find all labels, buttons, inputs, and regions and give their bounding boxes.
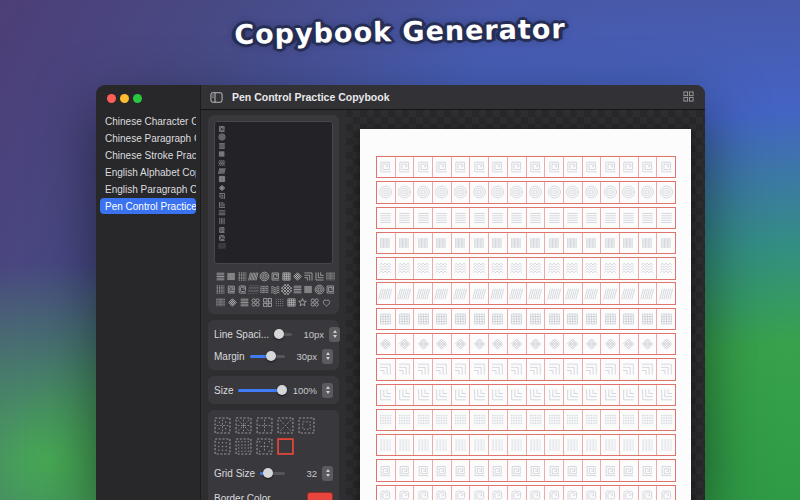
preview-cell [452, 486, 471, 500]
preview-cell [620, 233, 639, 253]
preview-cell [489, 258, 508, 278]
palette-pattern-corner-bottom-left[interactable] [314, 271, 325, 282]
palette-pattern-lines-vertical[interactable] [226, 271, 237, 282]
slider-grid-size-stepper[interactable] [322, 466, 333, 481]
preview-cell [414, 435, 433, 455]
preview-cell [620, 410, 639, 430]
palette-pattern-spiral-round[interactable] [314, 284, 325, 295]
grid-style-grid-cross-dots[interactable] [214, 417, 231, 434]
zoom-button[interactable] [133, 94, 142, 103]
slider-size-thumb[interactable] [277, 385, 287, 395]
preview-cell [564, 309, 583, 329]
preview-cell [527, 309, 546, 329]
preview-cell [657, 208, 675, 228]
preview-cell [657, 359, 675, 379]
palette-pattern-squares-four[interactable] [262, 297, 273, 308]
palette-pattern-spiral-square[interactable] [325, 284, 336, 295]
palette-pattern-lines-horizontal[interactable] [215, 271, 226, 282]
preview-cell [433, 359, 452, 379]
sidebar-toggle-icon[interactable] [210, 91, 223, 104]
palette-pattern-bars-vertical[interactable] [325, 271, 336, 282]
preview-cell [564, 435, 583, 455]
sidebar-item-6[interactable]: Pen Control Practice C... [100, 198, 196, 214]
slider-size-stepper[interactable] [322, 383, 333, 398]
color-swatch[interactable] [307, 492, 333, 500]
export-grid-icon[interactable] [683, 91, 696, 104]
grid-style-grid-dots[interactable] [214, 438, 231, 455]
palette-pattern-zigzag[interactable] [259, 284, 270, 295]
pattern-sequence-input[interactable] [214, 121, 333, 264]
sidebar-item-1[interactable]: Chinese Character Cop... [100, 113, 196, 129]
palette-pattern-grid-cross[interactable] [286, 297, 297, 308]
preview-cell [527, 435, 546, 455]
palette-pattern-spiral-round[interactable] [259, 271, 270, 282]
slider-size-label: Size [214, 385, 233, 396]
palette-pattern-star[interactable] [297, 297, 308, 308]
palette-pattern-eights[interactable] [250, 297, 261, 308]
palette-pattern-strokes-diagonal[interactable] [248, 271, 259, 282]
close-button[interactable] [107, 94, 116, 103]
grid-style-grid-dots-dense[interactable] [235, 438, 252, 455]
preview-cell [564, 208, 583, 228]
sidebar-item-5[interactable]: English Paragraph Copy... [100, 181, 196, 197]
preview-cell [583, 359, 602, 379]
preview-cell [527, 460, 546, 480]
grid-style-grid-cross[interactable] [256, 417, 273, 434]
preview-cell [452, 385, 471, 405]
slider-line-spacing-thumb[interactable] [274, 329, 284, 339]
main-area: Pen Control Practice Copybook Line Spaci… [201, 85, 705, 500]
slider-grid-size-thumb[interactable] [263, 468, 273, 478]
palette-pattern-grid-cross[interactable] [281, 271, 292, 282]
palette-pattern-bars-vertical[interactable] [215, 297, 226, 308]
palette-pattern-eights[interactable] [309, 297, 320, 308]
palette-pattern-corner-top-right[interactable] [303, 271, 314, 282]
grid-style-grid-diag[interactable] [277, 417, 294, 434]
stepper-down-icon [326, 357, 330, 360]
preview-cell [527, 410, 546, 430]
palette-pattern-dashes-horizontal[interactable] [237, 271, 248, 282]
grid-style-grid-diag-cross[interactable] [235, 417, 252, 434]
slider-margin-stepper[interactable] [322, 349, 333, 364]
preview-cell [639, 385, 658, 405]
slider-margin-thumb[interactable] [266, 351, 276, 361]
palette-pattern-lines-vertical[interactable] [303, 284, 314, 295]
palette-pattern-heart[interactable] [321, 297, 332, 308]
preview-cell [545, 435, 564, 455]
palette-pattern-dots-grid[interactable] [274, 297, 285, 308]
palette-pattern-lines-horizontal[interactable] [292, 284, 303, 295]
palette-pattern-spiral-square[interactable] [270, 271, 281, 282]
palette-pattern-greek-key-round[interactable] [237, 284, 248, 295]
sidebar-item-4[interactable]: English Alphabet Copyb... [100, 164, 196, 180]
sequence-glyph-grid-cross [218, 175, 332, 183]
palette-pattern-greek-key[interactable] [226, 284, 237, 295]
grid-style-grid-inner-box[interactable] [298, 417, 315, 434]
slider-grid-size-track[interactable] [260, 472, 285, 475]
palette-pattern-diamond-hatch[interactable] [292, 271, 303, 282]
palette-pattern-dots-diagonal[interactable] [248, 284, 259, 295]
preview-cell [527, 486, 546, 500]
preview-cell [489, 460, 508, 480]
preview-cell [433, 233, 452, 253]
preview-cell [639, 157, 658, 177]
minimize-button[interactable] [120, 94, 129, 103]
preview-cell [452, 157, 471, 177]
slider-line-spacing-track[interactable] [274, 333, 292, 336]
preview-cell [452, 435, 471, 455]
sidebar-item-3[interactable]: Chinese Stroke Practic... [100, 147, 196, 163]
sidebar-item-2[interactable]: Chinese Paragraph Cop... [100, 130, 196, 146]
preview-cell [583, 410, 602, 430]
slider-line-spacing-stepper[interactable] [329, 327, 340, 342]
palette-pattern-wave[interactable] [270, 284, 281, 295]
palette-pattern-lines-horizontal[interactable] [239, 297, 250, 308]
slider-margin-track[interactable] [250, 355, 285, 358]
sidebar: Chinese Character Cop...Chinese Paragrap… [96, 85, 201, 500]
grid-style-grid-cross-corner-dots[interactable] [256, 438, 273, 455]
slider-size-track[interactable] [238, 389, 285, 392]
palette-pattern-crosshatch[interactable] [281, 284, 292, 295]
palette-pattern-dashes-horizontal[interactable] [215, 284, 226, 295]
palette-pattern-diamond-hatch[interactable] [227, 297, 238, 308]
preview-cell [564, 334, 583, 354]
preview-cell [620, 460, 639, 480]
size-card: Size100% [208, 376, 339, 404]
grid-style-grid-plain-selected[interactable] [277, 438, 294, 455]
